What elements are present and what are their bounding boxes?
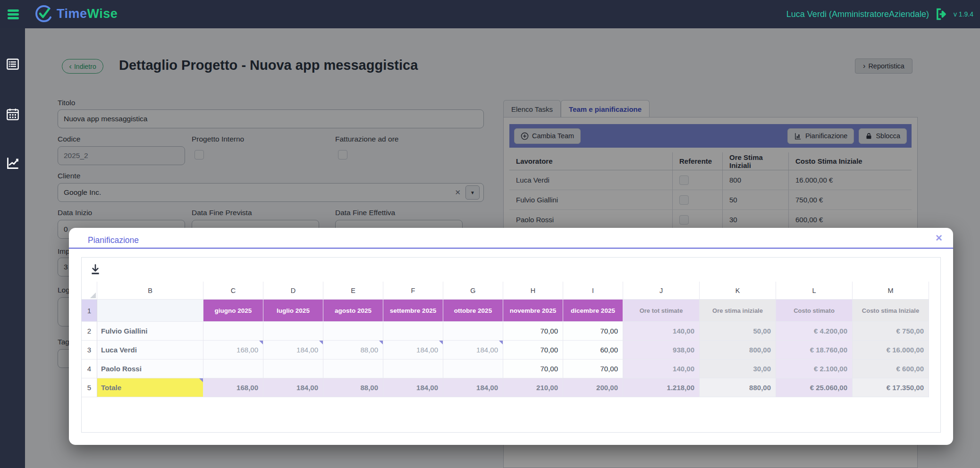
sheet-cell[interactable]: 168,00 xyxy=(203,341,263,359)
sheet-cell[interactable]: 50,00 xyxy=(700,322,776,341)
column-letter-L[interactable]: L xyxy=(776,282,853,300)
summary-header-cell[interactable]: Costo stimato xyxy=(776,300,853,322)
summary-header-cell[interactable]: Ore tot stimate xyxy=(623,300,700,322)
column-letter-D[interactable]: D xyxy=(263,282,323,300)
logout-icon[interactable] xyxy=(935,8,948,21)
month-header-cell[interactable]: luglio 2025 xyxy=(263,300,323,322)
logo-text: TimeWise xyxy=(57,7,118,21)
month-header-cell[interactable]: ottobre 2025 xyxy=(443,300,503,322)
sheet-cell-b1[interactable] xyxy=(97,300,203,322)
sheet-cell[interactable]: 800,00 xyxy=(700,341,776,359)
row-number[interactable]: 5 xyxy=(82,378,97,397)
sheet-cell[interactable]: € 16.000,00 xyxy=(853,341,929,359)
sheet-name-cell[interactable]: Luca Verdi xyxy=(97,341,203,359)
sheet-cell[interactable]: 184,00 xyxy=(263,341,323,359)
sheet-cell[interactable]: 70,00 xyxy=(563,322,623,341)
sheet-container: BCDEFGHIJKLM 1giugno 2025luglio 2025agos… xyxy=(81,257,941,433)
sidebar-calendar-icon[interactable] xyxy=(6,108,19,121)
sheet-cell[interactable]: € 750,00 xyxy=(853,322,929,341)
sheet-cell[interactable] xyxy=(203,322,263,341)
column-letter-G[interactable]: G xyxy=(443,282,503,300)
month-header-cell[interactable]: settembre 2025 xyxy=(383,300,443,322)
app-logo: TimeWise xyxy=(34,4,118,24)
row-number[interactable]: 4 xyxy=(82,359,97,378)
sheet-cell[interactable]: 70,00 xyxy=(503,341,563,359)
sheet-row: 2Fulvio Giallini70,0070,00140,0050,00€ 4… xyxy=(82,322,929,341)
sheet-row: 5Totale168,00184,0088,00184,00184,00210,… xyxy=(82,378,929,397)
month-header-cell[interactable]: giugno 2025 xyxy=(203,300,263,322)
sheet-cell[interactable] xyxy=(443,322,503,341)
sheet-cell[interactable]: 1.218,00 xyxy=(623,378,700,397)
logo-check-icon xyxy=(34,4,54,24)
row-number[interactable]: 1 xyxy=(82,300,97,322)
sheet-cell[interactable]: 70,00 xyxy=(503,359,563,378)
sheet-cell[interactable] xyxy=(263,322,323,341)
sheet-corner-cell xyxy=(82,282,97,300)
sheet-cell[interactable]: € 4.200,00 xyxy=(776,322,853,341)
column-letter-H[interactable]: H xyxy=(503,282,563,300)
download-icon[interactable] xyxy=(89,263,101,276)
sheet-cell[interactable]: 184,00 xyxy=(443,378,503,397)
sheet-cell[interactable]: 88,00 xyxy=(323,341,383,359)
topbar: TimeWise Luca Verdi (AmministratoreAzien… xyxy=(0,0,980,28)
sheet-cell[interactable] xyxy=(323,322,383,341)
column-letter-C[interactable]: C xyxy=(203,282,263,300)
spreadsheet: BCDEFGHIJKLM 1giugno 2025luglio 2025agos… xyxy=(82,282,929,397)
modal-title: Pianificazione xyxy=(88,235,139,245)
column-letter-I[interactable]: I xyxy=(563,282,623,300)
summary-header-cell[interactable]: Costo stima Iniziale xyxy=(853,300,929,322)
month-header-cell[interactable]: agosto 2025 xyxy=(323,300,383,322)
column-letter-K[interactable]: K xyxy=(700,282,776,300)
month-header-cell[interactable]: novembre 2025 xyxy=(503,300,563,322)
row-number[interactable]: 2 xyxy=(82,322,97,341)
sheet-cell[interactable]: 184,00 xyxy=(383,341,443,359)
column-letter-J[interactable]: J xyxy=(623,282,700,300)
sheet-cell[interactable]: 60,00 xyxy=(563,341,623,359)
row-number[interactable]: 3 xyxy=(82,341,97,359)
sheet-cell[interactable]: 70,00 xyxy=(563,359,623,378)
sheet-cell[interactable]: 184,00 xyxy=(263,378,323,397)
column-letter-F[interactable]: F xyxy=(383,282,443,300)
sheet-cell[interactable]: € 2.100,00 xyxy=(776,359,853,378)
sheet-cell[interactable]: 184,00 xyxy=(443,341,503,359)
sidebar xyxy=(0,28,25,468)
sheet-cell[interactable]: 210,00 xyxy=(503,378,563,397)
column-letter-E[interactable]: E xyxy=(323,282,383,300)
sheet-name-cell[interactable]: Fulvio Giallini xyxy=(97,322,203,341)
column-letter-B[interactable]: B xyxy=(97,282,203,300)
sheet-cell[interactable] xyxy=(443,359,503,378)
sheet-cell[interactable]: 140,00 xyxy=(623,322,700,341)
sheet-cell[interactable]: 184,00 xyxy=(383,378,443,397)
current-user-label[interactable]: Luca Verdi (AmministratoreAziendale) xyxy=(786,9,929,19)
summary-header-cell[interactable]: Ore stima iniziale xyxy=(700,300,776,322)
sheet-cell[interactable] xyxy=(383,322,443,341)
sheet-cell[interactable]: 140,00 xyxy=(623,359,700,378)
modal-close-icon[interactable]: ✕ xyxy=(935,233,943,243)
pianificazione-modal: Pianificazione ✕ BCDEFGHIJKLM 1giugno 20… xyxy=(69,228,953,445)
sheet-cell[interactable]: 70,00 xyxy=(503,322,563,341)
month-header-cell[interactable]: dicembre 2025 xyxy=(563,300,623,322)
sheet-name-cell[interactable]: Paolo Rossi xyxy=(97,359,203,378)
sheet-cell[interactable]: € 17.350,00 xyxy=(853,378,929,397)
column-letter-M[interactable]: M xyxy=(853,282,929,300)
sheet-cell[interactable]: 88,00 xyxy=(323,378,383,397)
sheet-cell[interactable]: 938,00 xyxy=(623,341,700,359)
hamburger-menu-icon[interactable] xyxy=(8,8,20,20)
sheet-name-cell[interactable]: Totale xyxy=(97,378,203,397)
sheet-cell[interactable]: 880,00 xyxy=(700,378,776,397)
sheet-cell[interactable]: 30,00 xyxy=(700,359,776,378)
sheet-cell[interactable]: € 600,00 xyxy=(853,359,929,378)
sheet-cell[interactable] xyxy=(263,359,323,378)
sheet-cell[interactable]: 168,00 xyxy=(203,378,263,397)
sidebar-tasks-list-icon[interactable] xyxy=(6,58,19,71)
sidebar-reports-chart-icon[interactable] xyxy=(6,157,19,170)
sheet-cell[interactable] xyxy=(323,359,383,378)
sheet-cell[interactable]: € 18.760,00 xyxy=(776,341,853,359)
sheet-cell[interactable]: 200,00 xyxy=(563,378,623,397)
sheet-row: 4Paolo Rossi70,0070,00140,0030,00€ 2.100… xyxy=(82,359,929,378)
sheet-cell[interactable]: € 25.060,00 xyxy=(776,378,853,397)
sheet-row: 3Luca Verdi168,00184,0088,00184,00184,00… xyxy=(82,341,929,359)
app-version: v 1.9.4 xyxy=(954,10,973,18)
sheet-cell[interactable] xyxy=(383,359,443,378)
sheet-cell[interactable] xyxy=(203,359,263,378)
